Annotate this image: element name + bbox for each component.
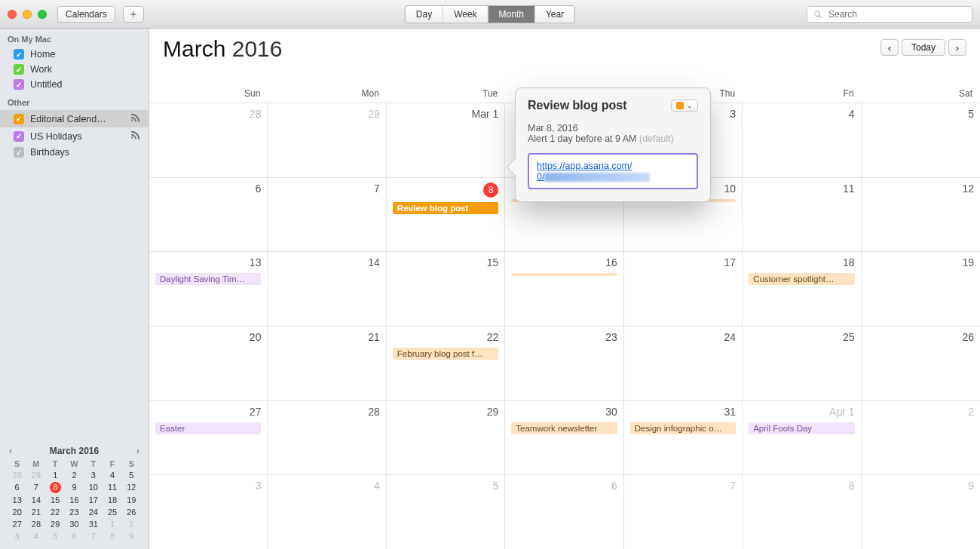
calendar-day[interactable]: 28 <box>268 401 386 475</box>
calendar-day[interactable]: 14 <box>268 252 386 326</box>
calendar-day[interactable]: 11 <box>743 178 861 252</box>
next-month-button[interactable]: › <box>948 39 966 56</box>
sidebar-calendar-item[interactable]: Untitled <box>0 77 149 92</box>
mini-day[interactable]: 8 <box>50 482 61 493</box>
calendar-day[interactable]: 18Customer spotlight… <box>743 252 861 326</box>
calendar-day[interactable]: 8Review blog post <box>387 178 505 252</box>
mini-next-button[interactable]: › <box>135 446 141 456</box>
calendar-event[interactable]: Customer spotlight… <box>749 273 854 285</box>
calendar-day[interactable]: 15 <box>387 252 505 326</box>
calendar-day[interactable]: 23 <box>505 327 623 400</box>
view-year[interactable]: Year <box>535 6 574 23</box>
calendar-day[interactable]: 31Design infographic o… <box>624 401 743 475</box>
mini-day[interactable]: 28 <box>26 519 45 529</box>
mini-day[interactable]: 20 <box>8 507 26 517</box>
sidebar-calendar-item[interactable]: Birthdays <box>0 145 149 160</box>
fullscreen-icon[interactable] <box>38 10 47 19</box>
calendar-event[interactable]: Daylight Saving Tim… <box>155 273 261 285</box>
calendar-event[interactable]: February blog post f… <box>393 348 498 360</box>
add-button[interactable] <box>123 6 144 23</box>
prev-month-button[interactable]: ‹ <box>880 39 899 56</box>
calendar-day[interactable]: 2 <box>862 401 980 475</box>
calendar-event[interactable] <box>511 273 617 276</box>
mini-day[interactable]: 9 <box>65 482 84 493</box>
mini-day[interactable]: 7 <box>26 482 45 493</box>
mini-day[interactable]: 10 <box>84 482 103 493</box>
checkbox-icon[interactable] <box>14 79 24 90</box>
mini-day[interactable]: 6 <box>8 482 26 493</box>
mini-day[interactable]: 11 <box>103 482 121 493</box>
calendar-day[interactable]: 27Easter <box>149 401 268 475</box>
calendar-day[interactable]: 19 <box>862 252 980 326</box>
calendar-day[interactable]: 7 <box>268 178 386 252</box>
sidebar-calendar-item[interactable]: Work <box>0 62 149 77</box>
calendar-day[interactable]: 6 <box>149 178 268 252</box>
mini-day[interactable]: 5 <box>46 531 65 541</box>
view-week[interactable]: Week <box>443 6 488 23</box>
mini-day[interactable]: 17 <box>84 495 103 505</box>
view-day[interactable]: Day <box>406 6 443 23</box>
checkbox-icon[interactable] <box>14 114 24 124</box>
calendar-day[interactable]: 6 <box>505 475 623 549</box>
checkbox-icon[interactable] <box>14 64 24 75</box>
calendar-day[interactable]: 25 <box>743 327 861 400</box>
calendar-day[interactable]: 16 <box>505 252 623 326</box>
mini-day[interactable]: 12 <box>122 482 141 493</box>
calendar-day[interactable]: 3 <box>149 475 268 549</box>
mini-prev-button[interactable]: ‹ <box>8 446 14 456</box>
mini-day[interactable]: 4 <box>26 531 45 541</box>
popover-url-link[interactable]: https://app.asana.com/ <box>537 161 632 171</box>
calendar-day[interactable]: 21 <box>268 327 386 400</box>
view-month[interactable]: Month <box>488 6 535 23</box>
mini-day[interactable]: 14 <box>26 495 45 505</box>
mini-day[interactable]: 15 <box>46 495 65 505</box>
close-icon[interactable] <box>8 10 17 19</box>
calendar-day[interactable]: 26 <box>862 327 980 400</box>
mini-day[interactable]: 13 <box>8 495 26 505</box>
popover-url-field[interactable]: https://app.asana.com/ 0/ <box>528 153 698 189</box>
minimize-icon[interactable] <box>23 10 32 19</box>
mini-day[interactable]: 22 <box>46 507 65 517</box>
mini-day[interactable]: 2 <box>122 519 141 529</box>
mini-day[interactable]: 31 <box>84 519 103 529</box>
calendar-day[interactable]: 24 <box>624 327 743 400</box>
calendar-day[interactable]: 29 <box>387 401 505 475</box>
sidebar-calendar-item[interactable]: Home <box>0 47 149 62</box>
calendar-day[interactable]: 20 <box>149 327 268 400</box>
sidebar-calendar-item[interactable]: Editorial Calend… <box>0 110 149 127</box>
mini-day[interactable]: 29 <box>46 519 65 529</box>
mini-day[interactable]: 21 <box>26 507 45 517</box>
calendar-day[interactable]: 7 <box>624 475 743 549</box>
mini-day[interactable]: 25 <box>103 507 121 517</box>
mini-day[interactable]: 24 <box>84 507 103 517</box>
checkbox-icon[interactable] <box>14 147 24 158</box>
mini-day[interactable]: 3 <box>84 470 103 480</box>
mini-day[interactable]: 23 <box>65 507 84 517</box>
sidebar-calendar-item[interactable]: US Holidays <box>0 127 149 145</box>
calendar-event[interactable]: Easter <box>155 422 261 434</box>
mini-day[interactable]: 9 <box>122 531 141 541</box>
calendar-event[interactable]: Teamwork newsletter <box>511 422 617 434</box>
calendar-day[interactable]: 9 <box>862 475 980 549</box>
calendar-day[interactable]: 29 <box>268 103 386 177</box>
calendar-day[interactable]: Mar 1 <box>387 103 505 177</box>
checkbox-icon[interactable] <box>14 131 24 142</box>
calendar-event[interactable]: April Fools Day <box>749 422 854 434</box>
calendar-event[interactable]: Design infographic o… <box>630 422 736 434</box>
mini-day[interactable]: 29 <box>26 470 45 480</box>
calendar-day[interactable]: 22February blog post f… <box>387 327 505 400</box>
checkbox-icon[interactable] <box>14 49 24 60</box>
search-input[interactable] <box>827 8 966 20</box>
mini-day[interactable]: 8 <box>103 531 121 541</box>
mini-day[interactable]: 18 <box>103 495 121 505</box>
calendar-day[interactable]: 28 <box>149 103 268 177</box>
calendar-event[interactable]: Review blog post <box>393 202 498 214</box>
calendar-picker[interactable]: ⌄ <box>671 100 698 112</box>
mini-day[interactable]: 26 <box>122 507 141 517</box>
mini-day[interactable]: 2 <box>65 470 84 480</box>
calendar-day[interactable]: 4 <box>743 103 861 177</box>
calendar-day[interactable]: 30Teamwork newsletter <box>505 401 623 475</box>
mini-day[interactable]: 3 <box>8 531 26 541</box>
mini-day[interactable]: 27 <box>8 519 26 529</box>
mini-day[interactable]: 5 <box>122 470 141 480</box>
